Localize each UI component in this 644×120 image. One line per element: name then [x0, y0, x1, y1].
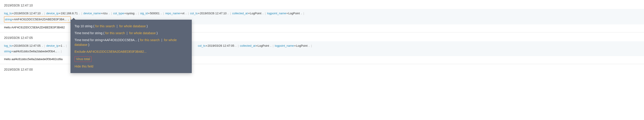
field-key[interactable]: logpoint_name — [275, 43, 294, 49]
field-key[interactable]: string — [4, 49, 11, 54]
field-value: 500001 — [150, 11, 160, 16]
field-value: 2019/03/26 12:47:05 — [14, 43, 40, 49]
menu-trend-value: Time trend for string=AAF4C61DDCC5E8A...… — [74, 37, 188, 48]
log-field[interactable]: logpoint_name=LogPoint⌄ — [267, 11, 303, 16]
chevron-down-icon[interactable]: ⌄ — [42, 11, 43, 16]
menu-top10: Top 10 string ( for this search | for wh… — [74, 23, 188, 30]
log-field[interactable]: log_ts=2019/03/26 12:47:05⌄ — [4, 43, 44, 49]
chevron-down-icon[interactable]: ⌄ — [78, 11, 80, 16]
field-key[interactable]: repo_name — [165, 11, 180, 16]
chevron-down-icon[interactable]: ⌄ — [42, 44, 43, 48]
log-field[interactable]: string=aaf4c61ddcc5e8a2dabede0f3b4...⌄ — [4, 49, 61, 54]
field-value: LogPoint — [258, 43, 269, 49]
field-value: rizu — [103, 11, 108, 16]
chevron-down-icon[interactable]: ⌄ — [270, 44, 272, 48]
field-key[interactable]: collected_at — [240, 43, 255, 49]
field-value: 2019/03/26 12:47:05 — [208, 43, 234, 49]
field-key[interactable]: string — [5, 17, 12, 22]
menu-trend-this-search[interactable]: for this search — [105, 31, 125, 35]
log-field[interactable]: logpoint_name=LogPoint⌄ — [275, 43, 311, 49]
field-key[interactable]: device_ip — [46, 11, 59, 16]
log-field[interactable]: col_ts=2019/03/26 12:47:05⌄ — [198, 43, 238, 49]
field-value: 192.168.8.71 — [61, 11, 78, 16]
log-field[interactable]: device_ip=192.168.8.71⌄ — [46, 11, 81, 16]
field-key[interactable]: log_ts — [4, 43, 12, 49]
field-key[interactable]: log_ts — [4, 11, 12, 16]
field-value: AAF4C61DDCC5E8A2DABEDE0F3B4... — [14, 17, 67, 22]
field-key[interactable]: col_ts — [190, 11, 198, 16]
field-value: syslog — [126, 11, 134, 16]
field-value: LogPoint — [288, 11, 300, 16]
field-value: aaf4c61ddcc5e8a2dabede0f3b4... — [13, 49, 57, 54]
menu-top10-whole-db[interactable]: for whole database — [119, 24, 146, 28]
field-value: vt — [182, 11, 184, 16]
field-key[interactable]: device_ip — [46, 43, 59, 49]
chevron-down-icon[interactable]: ⌄ — [135, 11, 137, 16]
menu-trendv-this-search[interactable]: for this search — [140, 38, 160, 42]
log-field[interactable]: collected_at=LogPoint⌄ — [240, 43, 272, 49]
log-field[interactable]: collected_at=LogPoint⌄ — [232, 11, 265, 16]
field-key[interactable]: col_type — [113, 11, 124, 16]
menu-hide-field[interactable]: Hide this field — [74, 64, 188, 69]
menu-top10-this-search[interactable]: for this search — [95, 24, 115, 28]
menu-trend-whole-db[interactable]: for whole database — [129, 31, 156, 35]
field-value: 2019/03/26 12:47:10 — [200, 11, 226, 16]
chevron-down-icon[interactable]: ⌄ — [262, 11, 264, 16]
field-value: 2019/03/26 12:47:10 — [14, 11, 40, 16]
chevron-down-icon[interactable]: ⌄ — [108, 11, 110, 16]
log-field[interactable]: device_name=rizu⌄ — [84, 11, 111, 16]
chevron-down-icon[interactable]: ⌄ — [300, 11, 302, 16]
log-timestamp: 2019/03/26 12:47:10 — [0, 2, 644, 9]
log-field[interactable]: col_ts=2019/03/26 12:47:10⌄ — [190, 11, 230, 16]
chevron-down-icon[interactable]: ⌄ — [227, 11, 229, 16]
field-key[interactable]: collected_at — [232, 11, 248, 16]
chevron-down-icon[interactable]: ⌄ — [235, 44, 237, 48]
log-field[interactable]: string=AAF4C61DDCC5E8A2DABEDE0F3B4...⌄ — [4, 16, 71, 23]
field-key[interactable]: col_ts — [198, 43, 206, 49]
log-field[interactable]: device_ip=1⌄ — [46, 43, 66, 49]
chevron-down-icon[interactable]: ⌄ — [185, 11, 187, 16]
menu-virus-total[interactable]: Virus total — [74, 56, 92, 62]
field-key[interactable]: sig_id — [140, 11, 148, 16]
menu-trend-string: Time trend for string ( for this search … — [74, 30, 188, 37]
log-field[interactable]: sig_id=500001⌄ — [140, 11, 163, 16]
field-key[interactable]: logpoint_name — [267, 11, 286, 16]
chevron-down-icon[interactable]: ⌄ — [160, 11, 162, 16]
chevron-down-icon[interactable]: ⌄ — [63, 44, 65, 48]
field-key[interactable]: device_name — [84, 11, 101, 16]
log-field[interactable]: log_ts=2019/03/26 12:47:10⌄ — [4, 11, 44, 16]
field-context-menu: Top 10 string ( for this search | for wh… — [70, 20, 192, 73]
field-value: LogPoint — [250, 11, 261, 16]
field-value: LogPoint — [296, 43, 308, 49]
chevron-down-icon[interactable]: ⌄ — [67, 17, 69, 22]
field-value: 1 — [61, 43, 62, 49]
log-field[interactable]: repo_name=vt⌄ — [165, 11, 188, 16]
chevron-down-icon[interactable]: ⌄ — [308, 44, 310, 48]
log-field[interactable]: col_type=syslog⌄ — [113, 11, 138, 16]
chevron-down-icon[interactable]: ⌄ — [58, 49, 60, 54]
menu-exclude[interactable]: Exclude AAF4C61DDCC5E8A2DABEDE0F3B482... — [74, 49, 188, 54]
